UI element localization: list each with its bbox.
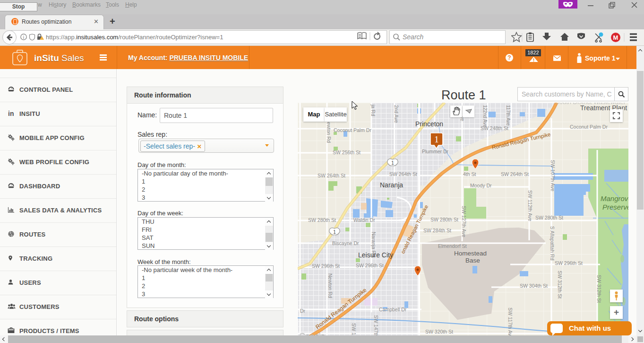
svg-text:South District Wastewater: South District Wastewater — [555, 103, 626, 106]
svg-text:Moody Dr: Moody Dr — [470, 183, 492, 188]
svg-text:SW 264th St: SW 264th St — [318, 173, 345, 178]
svg-text:Biscayne Dr: Biscayne Dr — [332, 240, 359, 246]
svg-text:4th St: 4th St — [463, 171, 476, 177]
svg-text:SW 280th St: SW 280th St — [535, 215, 563, 220]
svg-text:SW 112th Ave: SW 112th Ave — [527, 190, 533, 221]
svg-text:SW 296th St: SW 296th St — [555, 260, 583, 266]
svg-text:Newton Rd: Newton Rd — [326, 118, 332, 143]
svg-text:SW 304th St: SW 304th St — [520, 283, 548, 289]
svg-text:SW 312th St: SW 312th St — [557, 271, 563, 299]
svg-text:SW 296th St: SW 296th St — [312, 263, 340, 269]
svg-text:SW 280th St: SW 280th St — [430, 217, 458, 222]
svg-text:M: M — [613, 34, 618, 41]
svg-text:Coconut Palm Dr: Coconut Palm Dr — [334, 127, 371, 133]
svg-text:SW 256th St: SW 256th St — [333, 150, 361, 155]
svg-text:Leisure City: Leisure City — [358, 251, 393, 259]
svg-text:SW 107th Ave: SW 107th Ave — [550, 160, 556, 192]
svg-text:SW 296th St: SW 296th St — [356, 263, 384, 268]
svg-text:Mangrove: Mangrove — [601, 194, 628, 202]
svg-text:1: 1 — [391, 160, 394, 166]
svg-text:122nd Ave: 122nd Ave — [482, 105, 488, 128]
svg-text:Coconut Palm Dr: Coconut Palm Dr — [570, 124, 608, 130]
svg-text:Newton Rd: Newton Rd — [327, 273, 333, 298]
svg-text:Campbell Dr: Campbell Dr — [379, 307, 407, 312]
svg-text:S Allapattah Rd: S Allapattah Rd — [550, 226, 555, 261]
svg-text:Dr: Dr — [300, 308, 306, 314]
svg-text:Princeton: Princeton — [415, 120, 443, 128]
svg-text:2nd Ave: 2nd Ave — [394, 105, 399, 123]
svg-text:SW 284th St: SW 284th St — [423, 228, 451, 233]
svg-text:Homestead: Homestead — [454, 250, 487, 257]
svg-text:1: 1 — [333, 229, 336, 235]
svg-text:Elmendorf St: Elmendorf St — [438, 243, 467, 249]
svg-text:Base: Base — [465, 257, 480, 264]
svg-text:SW 320th St: SW 320th St — [425, 329, 453, 334]
svg-text:ja Rd: ja Rd — [370, 104, 376, 116]
svg-text:SW 264th St: SW 264th St — [389, 171, 417, 177]
svg-text:SW 280th St: SW 280th St — [308, 217, 336, 223]
svg-text:SW 117th Ave: SW 117th Ave — [507, 308, 513, 339]
svg-text:SW 127th Ave: SW 127th Ave — [461, 206, 467, 237]
svg-text:Naranja: Naranja — [380, 181, 403, 189]
svg-text:1: 1 — [434, 134, 439, 144]
svg-text:SW 264th St: SW 264th St — [501, 171, 529, 177]
svg-text:i: i — [23, 35, 25, 40]
svg-text:Plummer Dr: Plummer Dr — [422, 149, 449, 154]
svg-text:SW 312th St: SW 312th St — [596, 275, 602, 303]
svg-text:117th Ave: 117th Ave — [506, 105, 511, 126]
svg-text:Waldin Dr: Waldin Dr — [353, 217, 375, 223]
svg-text:Preserve: Preserve — [602, 203, 628, 211]
